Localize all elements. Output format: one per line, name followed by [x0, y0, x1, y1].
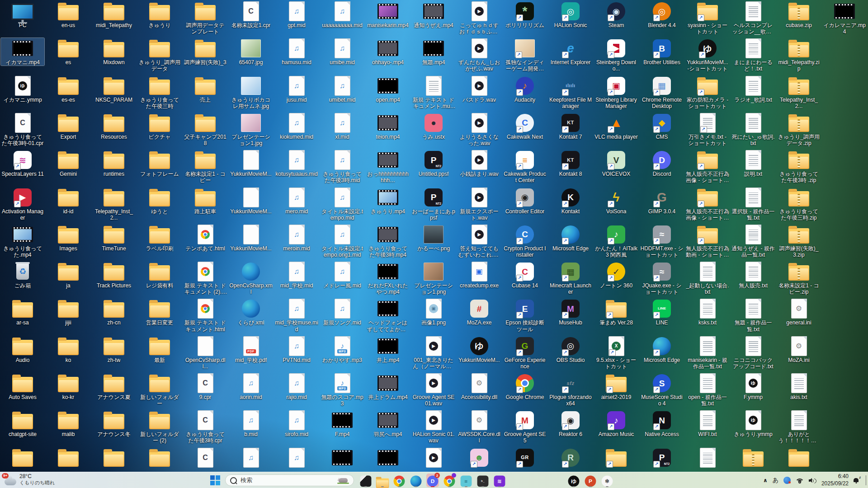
- notification-bell-icon[interactable]: z: [854, 477, 860, 483]
- desktop-icon-r1c2[interactable]: en-us: [47, 1, 90, 28]
- desktop-icon-r1c13[interactable]: ◎↗HALion Sonic: [549, 1, 592, 28]
- desktop-icon-r11c6[interactable]: ♫aorin.mid: [229, 373, 273, 400]
- desktop-icon-r3c18[interactable]: Telepathy_Inst_2...: [777, 75, 821, 109]
- desktop-icon-r4c8[interactable]: ♫xl.mid: [321, 113, 364, 140]
- desktop-icon-r11c2[interactable]: ko-kr: [47, 373, 90, 400]
- desktop-icon-r8c4[interactable]: レジ袋有料: [138, 261, 181, 289]
- desktop-icon-r10c8[interactable]: ♪MP3わかりやす.mp3: [321, 336, 364, 363]
- desktop-icon-r9c10[interactable]: ▣画像1.png: [412, 298, 455, 326]
- desktop-icon-r7c4[interactable]: ラベル印刷: [138, 224, 181, 252]
- desktop-icon-r2c13[interactable]: e↗Internet Explorer: [549, 38, 592, 66]
- weather-widget[interactable]: 9+ 28°C くもりのち晴れ: [5, 473, 55, 486]
- show-desktop-button[interactable]: [866, 475, 866, 485]
- desktop-icon-r4c9[interactable]: teion.mp4: [366, 113, 410, 140]
- desktop-icon-r5c14[interactable]: V↗VOICEVOX: [594, 150, 638, 177]
- desktop-icon-r13c2[interactable]: [47, 447, 90, 469]
- clock[interactable]: 6:40 2025/09/22: [821, 473, 849, 487]
- desktop-icon-r3c12[interactable]: ♪↗Audacity: [503, 75, 547, 103]
- desktop-icon-r8c12[interactable]: C↗Cubase 14: [503, 261, 547, 289]
- desktop-icon-r7c11[interactable]: ▶答え知っててもむずいわこれ.wav: [458, 224, 501, 258]
- desktop-icon-r10c2[interactable]: ko: [47, 336, 90, 363]
- taskbar-app-powerpoint[interactable]: P: [584, 474, 597, 487]
- desktop-icon-r8c8[interactable]: ♫メドレー風.mid: [321, 261, 364, 289]
- desktop-icon-r3c14[interactable]: ▣↗Steinberg Library Manager: [594, 75, 638, 109]
- desktop-icon-r7c12[interactable]: C↗Crypton Product Installer: [503, 224, 547, 258]
- desktop-icon-r3c15[interactable]: ▦↗Chrome Remote Desktop: [640, 75, 684, 109]
- desktop-icon-r2c14[interactable]: ▶↗Steinberg Downlo...: [594, 38, 638, 72]
- taskbar-app-chatgpt[interactable]: ✻: [601, 474, 613, 487]
- wifi-icon[interactable]: [796, 477, 804, 483]
- desktop-icon-r11c9[interactable]: 井上ドラム.mp4: [366, 373, 410, 400]
- desktop-icon-r2c15[interactable]: B↗Brother Utilities: [640, 38, 684, 66]
- desktop-icon-r3c6[interactable]: きゅうりボカコレ用サムネ.jpg: [229, 75, 273, 109]
- desktop-icon-r8c10[interactable]: プレゼンテーション1.png: [412, 261, 455, 295]
- desktop-icon-r11c1[interactable]: Auto Saves: [1, 373, 44, 400]
- desktop-icon-r6c6[interactable]: YukkuriMovieM...: [229, 187, 273, 215]
- desktop-icon-r9c9[interactable]: ヘッドフォンはずしててよかっt.mp4: [366, 298, 410, 332]
- desktop-icon-r12c13[interactable]: ◉↗Reaktor 6: [549, 410, 592, 437]
- desktop-icon-r5c17[interactable]: 説明.txt: [731, 150, 775, 177]
- desktop-icon-r5c3[interactable]: runtimes: [92, 150, 136, 177]
- desktop-icon-r11c7[interactable]: ♫rajio.mid: [275, 373, 318, 400]
- desktop-icon-r1c15[interactable]: ◎↗Blender 4.4: [640, 1, 684, 28]
- desktop-icon-r6c18[interactable]: きゅうり食ってた午後三時.zip: [777, 187, 821, 221]
- desktop-icon-r6c2[interactable]: id-id: [47, 187, 90, 215]
- desktop-icon-r10c12[interactable]: G↗GeForce Experience: [503, 336, 547, 370]
- desktop-icon-r9c4[interactable]: 営業日変更: [138, 298, 181, 326]
- desktop-icon-r6c3[interactable]: Telepathy_Inst_2...: [92, 187, 136, 221]
- desktop-icon-r7c5[interactable]: テンポあて.html: [184, 224, 227, 252]
- taskbar-app-file-explorer[interactable]: [376, 474, 389, 487]
- desktop-icon-r1c9[interactable]: manisekarin.mp4: [366, 1, 410, 28]
- desktop-icon-r8c11[interactable]: ▣createdump.exe: [458, 261, 501, 289]
- desktop-icon-r10c16[interactable]: manisekarin - 親作品一覧.txt: [686, 336, 729, 370]
- search-input[interactable]: 検索: [225, 474, 354, 486]
- tray-chevron-up-icon[interactable]: ∧: [763, 477, 768, 483]
- desktop-icon-r8c7[interactable]: ♫mid_学校.mid: [275, 261, 318, 289]
- desktop-icon-r8c2[interactable]: ja: [47, 261, 90, 289]
- desktop-icon-r1c17[interactable]: ヘルスコンプレッション__歌詞.txt: [731, 1, 775, 35]
- desktop-icon-r8c18[interactable]: 名称未設定1 - コピー.zip: [777, 261, 821, 295]
- desktop-icon-r4c13[interactable]: KT↗Kontakt 7: [549, 113, 592, 140]
- desktop-icon-r7c17[interactable]: 通知うぜえ - 親作品一覧.txt: [731, 224, 775, 258]
- desktop-icon-r8c13[interactable]: ▦↗Minecraft Launcher: [549, 261, 592, 295]
- desktop-icon-r12c12[interactable]: M↗Groove Agent SE 5: [503, 410, 547, 444]
- desktop-icon-r8c1[interactable]: ♻ごみ箱: [1, 261, 44, 289]
- desktop-icon-r6c10[interactable]: PNT2おーばーまにあ.ppsf: [412, 187, 455, 221]
- desktop-icon-r3c7[interactable]: ♫jusu.mid: [275, 75, 318, 103]
- desktop-icon-r2c12[interactable]: ↗孤独なインディーゲーム開発者の一生 …: [503, 38, 547, 72]
- desktop-icon-r10c13[interactable]: ◎↗OBS Studio: [549, 336, 592, 363]
- desktop-icon-r4c17[interactable]: 死にたい_ゅ歌詞.txt: [731, 113, 775, 146]
- taskbar-app-notes-app[interactable]: ≡: [460, 474, 472, 487]
- desktop-icon-r9c17[interactable]: 無題 - 親作品一覧.txt: [731, 298, 775, 332]
- desktop-icon-r8c5[interactable]: 新規 テキスト ドキュメント (2).html: [184, 261, 227, 295]
- desktop-icon-r13c18[interactable]: [777, 447, 821, 469]
- desktop-icon-r1c10[interactable]: 通知うぜえ.mp4: [412, 1, 455, 28]
- desktop-icon-r4c11[interactable]: ▶よりうるさくなった.wav: [458, 113, 501, 146]
- desktop-icon-r7c8[interactable]: ♫タイトル未設定.tempo.orig1.mid: [321, 224, 364, 258]
- taskbar-app-spectralayers[interactable]: ≋: [493, 474, 506, 487]
- desktop-icon-r10c15[interactable]: ↗Microsoft Edge: [640, 336, 684, 363]
- desktop-icon-r13c6[interactable]: ♫: [229, 447, 273, 469]
- desktop-icon-r1c12[interactable]: *↗ポリリリリズム: [503, 1, 547, 28]
- tray-app-sphere-icon[interactable]: [783, 477, 791, 484]
- desktop-icon-r5c7[interactable]: ♫kotusytuaaus.mid: [275, 150, 318, 177]
- desktop-icon-r4c10[interactable]: ●うみ.ustx: [412, 113, 455, 140]
- desktop-icon-r7c15[interactable]: ≈↗HDDFMT.exe - ショートカット: [640, 224, 684, 258]
- desktop-icon-r13c16[interactable]: [686, 447, 729, 469]
- desktop-icon-r1c8[interactable]: ♫uaaaaaaaaa.mid: [321, 1, 364, 28]
- desktop-icon-r7c1[interactable]: きゅうり食ってた.mp4: [1, 224, 44, 258]
- desktop-icon-r10c7[interactable]: ♫PVTNd.mid: [275, 336, 318, 363]
- desktop-icon-r13c5[interactable]: C: [184, 447, 227, 469]
- volume-icon[interactable]: [809, 477, 816, 483]
- desktop-icon-r13c8[interactable]: [321, 447, 364, 469]
- desktop-icon-r5c11[interactable]: ▶小銭詰まり.wav: [458, 150, 501, 177]
- desktop-icon-r10c18[interactable]: ⚙MoZA.ini: [777, 336, 821, 363]
- desktop-icon-r11c18[interactable]: akis.txt: [777, 373, 821, 400]
- desktop-icon-r7c18[interactable]: 調声練習(失敗)_3.zip: [777, 224, 821, 258]
- desktop-icon-r2c1[interactable]: イカマニ.mp4: [1, 38, 44, 66]
- desktop-icon-r10c9[interactable]: 井上.mp4: [366, 336, 410, 363]
- desktop-icon-r4c4[interactable]: ピクチャ: [138, 113, 181, 140]
- desktop-icon-r3c17[interactable]: ラジオ_歌詞.txt: [731, 75, 775, 103]
- desktop-icon-r6c11[interactable]: ▶新規エクスポート.wav: [458, 187, 501, 221]
- desktop-icon-r4c15[interactable]: ◆↗CMS: [640, 113, 684, 140]
